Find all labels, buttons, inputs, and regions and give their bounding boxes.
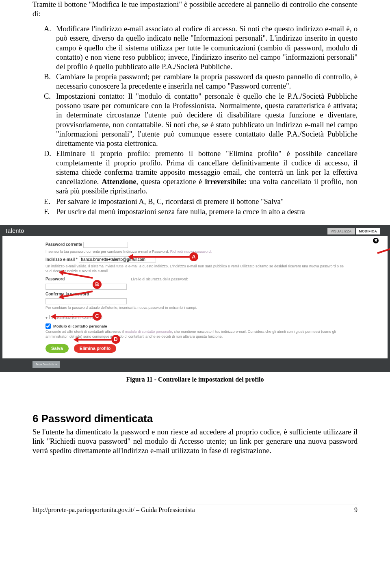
item-e-letter: E. (44, 197, 54, 206)
section-6-body: Se l'utente ha dimenticato la password e… (32, 427, 358, 456)
callout-b: B (93, 280, 102, 289)
item-b-text: Cambiare la propria password; per cambia… (56, 73, 358, 90)
tab-visualizza[interactable]: VISUALIZZA (327, 228, 355, 235)
footer-page-number: 9 (354, 506, 358, 514)
elimina-profilo-button[interactable]: Elimina profilo (74, 344, 116, 353)
item-a-letter: A. (44, 24, 54, 34)
modulo-contatto-label: Modulo di contatto personale (53, 324, 107, 329)
settings-dialog: talento VISUALIZZA MODIFICA ✖ Password c… (2, 226, 388, 359)
arrow-c (52, 316, 93, 317)
brand-logo: talento (6, 228, 24, 235)
arrow-f (377, 244, 390, 254)
modulo-contatto-hint: Consente ad altri utenti di contattarti … (46, 330, 351, 339)
contact-hint-a: Consente ad altri utenti di contattarti … (46, 330, 125, 334)
item-f-text: Per uscire dal menù impostazioni senza f… (56, 208, 305, 216)
salva-button[interactable]: Salva (46, 344, 69, 353)
modulo-contatto-checkbox[interactable] (46, 323, 51, 329)
email-hint: Un indirizzo e-mail valido. Il sistema i… (46, 264, 351, 273)
item-c: C. Impostazioni contatto: Il "modulo di … (44, 92, 358, 148)
password-strength-label: Livello di sicurezza della password: (131, 277, 188, 282)
item-c-text: Impostazioni contatto: Il "modulo di con… (56, 92, 358, 148)
field-password-corrente: Password corrente (46, 242, 351, 248)
item-c-letter: C. (44, 92, 54, 101)
settings-form: Password corrente Inserisci la tua passw… (2, 236, 388, 359)
password-label: Password (46, 277, 65, 282)
modulo-contatto-link[interactable]: modulo di contatto personale (125, 330, 172, 334)
item-e: E. Per salvare le impostazioni A, B, C, … (44, 197, 358, 206)
tab-modifica[interactable]: MODIFICA (356, 228, 380, 235)
password-input[interactable] (46, 284, 127, 290)
item-d-attenzione: Attenzione (102, 178, 136, 186)
item-a: A. Modificare l'indirizzo e-mail associa… (44, 24, 358, 72)
non-visibile-dropdown[interactable]: Non Visibile (32, 361, 60, 368)
password-corrente-hint: Inserisci la tua password corrente per c… (46, 250, 351, 254)
callout-a: A (189, 252, 198, 261)
arrow-a (129, 256, 189, 258)
email-label: Indirizzo e-mail * (46, 257, 78, 263)
callout-c: C (93, 312, 102, 321)
field-email: Indirizzo e-mail * (46, 256, 351, 263)
impostazioni-contatto-header[interactable]: Impostazioni contatto (46, 314, 351, 321)
button-row: Salva Elimina profilo (46, 344, 351, 353)
page-footer: http://prorete-pa.pariopportunita.gov.it… (32, 505, 358, 514)
section-6-heading: 6 Password dimenticata (32, 412, 358, 425)
lettered-list: A. Modificare l'indirizzo e-mail associa… (32, 24, 358, 217)
item-f: F. Per uscire dal menù impostazioni senz… (44, 207, 358, 217)
item-b-letter: B. (44, 72, 54, 82)
figure-11: talento VISUALIZZA MODIFICA ✖ Password c… (0, 225, 390, 372)
item-d-letter: D. (44, 149, 54, 158)
password-corrente-input[interactable] (83, 242, 128, 248)
cambio-password-hint: Per cambiare la password attuale dell'ut… (46, 306, 351, 310)
figure-11-caption: Figura 11 - Controllare le impostazioni … (32, 375, 358, 384)
item-d: D. Eliminare il proprio profilo: prement… (44, 149, 358, 196)
item-a-text: Modificare l'indirizzo e-mail associato … (56, 25, 358, 71)
item-d-mid: , questa operazione è (136, 178, 205, 186)
callout-d: D (111, 335, 120, 344)
item-e-text: Per salvare le impostazioni A, B, C, ric… (56, 197, 284, 206)
field-modulo-contatto: Modulo di contatto personale (46, 323, 351, 329)
intro-paragraph: Tramite il bottone "Modifica le tue impo… (32, 0, 358, 19)
item-f-letter: F. (44, 207, 54, 217)
item-d-irreversibile: irreversibile: (205, 178, 246, 186)
footer-url: http://prorete-pa.pariopportunita.gov.it… (32, 506, 195, 514)
arrow-d (75, 339, 111, 341)
close-icon[interactable]: ✖ (373, 238, 379, 243)
password-corrente-label: Password corrente (46, 242, 82, 247)
pw-hint-text: Inserisci la tua password corrente per c… (46, 250, 170, 254)
item-b: B. Cambiare la propria password; per cam… (44, 72, 358, 91)
dialog-tabs: VISUALIZZA MODIFICA (327, 228, 380, 235)
